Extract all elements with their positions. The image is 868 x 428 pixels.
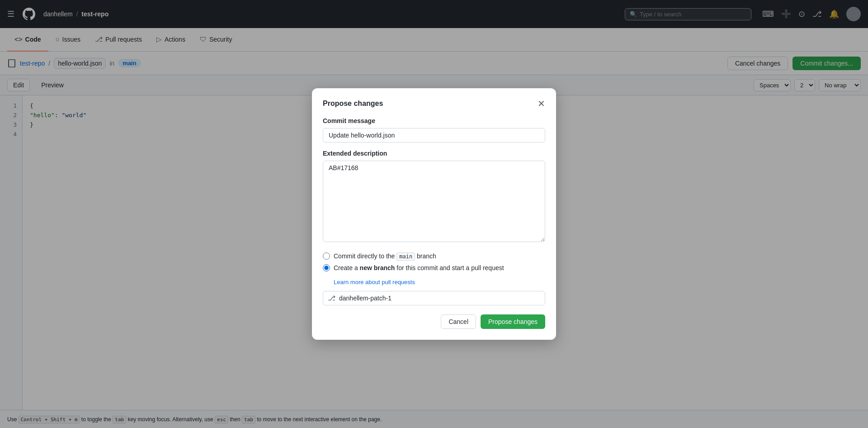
branch-name-input-row: ⎇ — [323, 291, 545, 305]
radio-new-branch[interactable]: Create a new branch for this commit and … — [323, 264, 545, 271]
propose-changes-modal: Propose changes ✕ Commit message Extende… — [312, 88, 556, 340]
modal-footer: Cancel Propose changes — [323, 314, 545, 329]
radio-new-branch-input[interactable] — [323, 264, 330, 271]
radio-direct-input[interactable] — [323, 252, 330, 260]
extended-desc-textarea[interactable]: AB#17168 — [323, 161, 545, 242]
modal-close-button[interactable]: ✕ — [538, 99, 545, 108]
learn-more-link[interactable]: Learn more about pull requests — [334, 279, 545, 285]
commit-options: Commit directly to the main branch Creat… — [323, 252, 545, 271]
radio-direct-label: Commit directly to the main branch — [334, 252, 436, 260]
branch-icon: ⎇ — [328, 294, 335, 302]
propose-changes-button[interactable]: Propose changes — [481, 314, 545, 329]
branch-name-input[interactable] — [339, 295, 540, 302]
modal-header: Propose changes ✕ — [323, 99, 545, 108]
modal-overlay: Propose changes ✕ Commit message Extende… — [0, 0, 868, 428]
modal-title: Propose changes — [323, 100, 383, 108]
modal-cancel-button[interactable]: Cancel — [441, 314, 476, 329]
commit-message-label: Commit message — [323, 117, 545, 124]
extended-desc-label: Extended description — [323, 150, 545, 157]
commit-message-input[interactable] — [323, 128, 545, 143]
radio-new-branch-label: Create a new branch for this commit and … — [334, 264, 504, 271]
radio-direct-branch[interactable]: Commit directly to the main branch — [323, 252, 545, 260]
